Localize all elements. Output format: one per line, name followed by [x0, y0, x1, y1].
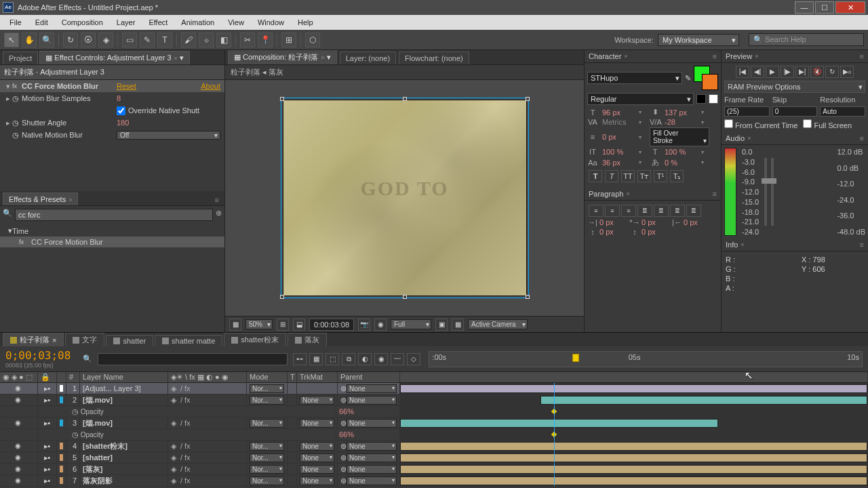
timeline-layer-row[interactable]: ◉ ▸ ▪ 7 落灰阴影 ◈/fx Nor... None ⊚ None: [0, 475, 868, 487]
always-preview-icon[interactable]: ▦: [229, 319, 241, 331]
ram-preview-dropdown[interactable]: RAM Preview Options: [724, 81, 865, 93]
menu-file[interactable]: File: [3, 16, 28, 28]
align-left[interactable]: ≡: [589, 205, 604, 217]
prop-value[interactable]: 8: [117, 94, 121, 102]
label-color[interactable]: [60, 477, 63, 484]
allcaps-button[interactable]: TT: [621, 170, 635, 182]
play-button[interactable]: ▶: [766, 66, 779, 78]
composition-viewer[interactable]: GOD TO: [225, 80, 584, 316]
layer-track[interactable]: [400, 475, 868, 486]
fast-preview-icon[interactable]: ⬓: [293, 319, 305, 331]
panel-menu-icon[interactable]: ≡: [860, 241, 864, 249]
stopwatch-icon[interactable]: ◷: [72, 407, 79, 415]
prop-value[interactable]: 180: [117, 119, 129, 127]
from-current-checkbox[interactable]: From Current Time: [724, 119, 797, 129]
search-icon[interactable]: 🔍: [83, 354, 92, 363]
panel-menu-icon[interactable]: ≡: [713, 190, 717, 198]
layer-track[interactable]: [400, 394, 868, 405]
property-value[interactable]: 66%: [339, 430, 354, 439]
handle[interactable]: [403, 295, 407, 299]
ep-category[interactable]: ▾ Time: [0, 225, 224, 237]
trkmat-dropdown[interactable]: None: [300, 465, 334, 474]
tl-tab[interactable]: 文字: [65, 333, 104, 346]
twirl-icon[interactable]: ▸: [4, 94, 12, 103]
ram-preview-button[interactable]: ▶₀: [840, 66, 854, 78]
default-colors-icon[interactable]: [709, 94, 718, 104]
visibility-icon[interactable]: ◉: [15, 384, 23, 392]
italic-button[interactable]: T: [605, 170, 618, 182]
local-axis-icon[interactable]: ⊞: [281, 33, 296, 47]
stopwatch-icon[interactable]: ◷: [12, 131, 22, 140]
tl-tab[interactable]: 落灰: [288, 333, 327, 346]
tsume-value[interactable]: 0 %: [665, 159, 698, 167]
blend-mode-dropdown[interactable]: Nor...: [250, 384, 284, 393]
tab-project[interactable]: Project: [3, 52, 38, 64]
snap-toggle[interactable]: ⬡: [305, 33, 320, 47]
label-color[interactable]: [60, 420, 63, 426]
label-color[interactable]: [60, 454, 63, 461]
label-color[interactable]: [60, 385, 63, 392]
clear-search-icon[interactable]: ⊗: [216, 209, 222, 221]
trkmat-dropdown[interactable]: None: [300, 453, 334, 462]
hand-tool[interactable]: ✋: [22, 33, 37, 47]
trkmat-dropdown[interactable]: None: [300, 442, 334, 451]
menu-effect[interactable]: Effect: [142, 16, 174, 28]
roi-icon[interactable]: ▣: [435, 319, 448, 331]
vscale-value[interactable]: 100 %: [602, 148, 636, 156]
font-size-value[interactable]: 96 px: [602, 108, 636, 117]
layer-switches[interactable]: ◈/fx: [168, 475, 247, 486]
tl-tab[interactable]: 粒子剥落×: [3, 333, 64, 346]
tl-tab[interactable]: shatter: [106, 335, 153, 346]
align-right[interactable]: ≡: [621, 205, 636, 217]
layer-name[interactable]: [烟.mov]: [80, 418, 168, 428]
layer-name[interactable]: [落灰]: [80, 464, 168, 474]
layer-color-icon[interactable]: ▪: [48, 453, 51, 462]
layer-name[interactable]: [shatter粉末]: [80, 441, 168, 451]
layer-switches[interactable]: ◈/fx: [168, 418, 247, 428]
visibility-icon[interactable]: ◉: [15, 453, 23, 462]
graph-editor-icon[interactable]: 〰: [391, 353, 404, 365]
pickwhip-icon[interactable]: ⊚: [340, 384, 347, 393]
hscale-value[interactable]: 100 %: [665, 148, 698, 156]
visibility-icon[interactable]: ◉: [15, 442, 23, 450]
channel-icon[interactable]: ◉: [374, 319, 387, 331]
timecode-display[interactable]: 0:00:03:08: [309, 319, 354, 331]
auto-keyframe-icon[interactable]: ◇: [407, 353, 420, 365]
panel-menu-icon[interactable]: ≡: [212, 195, 222, 205]
layer-track[interactable]: [400, 383, 868, 394]
visibility-icon[interactable]: ◉: [15, 476, 23, 485]
label-color[interactable]: [60, 466, 63, 472]
pickwhip-icon[interactable]: ⊚: [340, 419, 347, 428]
text-tool[interactable]: T: [157, 33, 172, 47]
clone-tool[interactable]: ⟐: [199, 33, 214, 47]
menu-window[interactable]: Window: [251, 16, 291, 28]
parent-dropdown[interactable]: None: [347, 476, 397, 485]
layer-color-icon[interactable]: ▪: [48, 396, 51, 404]
effects-search-input[interactable]: [15, 209, 213, 221]
tab-layer[interactable]: Layer: (none): [340, 52, 396, 64]
maximize-button[interactable]: ☐: [815, 1, 834, 14]
first-frame-button[interactable]: |◀: [736, 66, 749, 78]
timeline-search[interactable]: [98, 353, 288, 365]
snapshot-icon[interactable]: 📷: [358, 319, 370, 331]
zoom-dropdown[interactable]: 50%: [245, 319, 273, 329]
reset-link[interactable]: Reset: [117, 82, 136, 90]
bold-button[interactable]: T: [589, 170, 602, 182]
fill-stroke-order[interactable]: Fill Over Stroke: [650, 127, 709, 146]
layer-color-icon[interactable]: ▪: [48, 465, 51, 473]
selection-tool[interactable]: ↖: [4, 33, 19, 47]
tab-effect-controls[interactable]: ▦ Effect Controls: Adjustment Layer 3× ▾: [39, 51, 190, 64]
workspace-dropdown[interactable]: My Workspace: [658, 34, 739, 46]
prev-frame-button[interactable]: ◀|: [751, 66, 764, 78]
mute-button[interactable]: 🔇: [810, 66, 824, 78]
trkmat-dropdown[interactable]: None: [300, 396, 334, 405]
stopwatch-icon[interactable]: ◷: [72, 430, 79, 439]
trkmat-dropdown[interactable]: None: [300, 419, 334, 428]
handle[interactable]: [403, 97, 407, 101]
blend-mode-dropdown[interactable]: Nor...: [250, 465, 284, 474]
layer-name[interactable]: [烟.mov]: [80, 394, 168, 405]
handle[interactable]: [526, 295, 530, 299]
justify-all[interactable]: ≣: [686, 205, 701, 217]
fx-icon[interactable]: fx: [12, 83, 22, 89]
tl-tab[interactable]: shatter粉末: [224, 333, 286, 346]
